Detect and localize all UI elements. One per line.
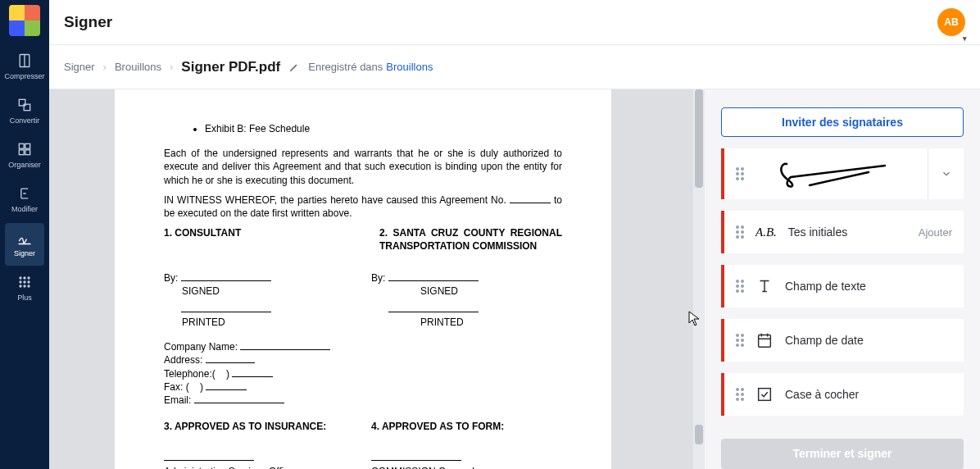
- svg-point-9: [27, 276, 29, 279]
- breadcrumb-bar: Signer › Brouillons › Signer PDF.pdf Enr…: [49, 45, 980, 89]
- text-field-card[interactable]: Champ de texte: [721, 265, 964, 307]
- field-label: Champ de date: [785, 334, 952, 347]
- edit-icon: [16, 185, 33, 202]
- field-label: Case à cocher: [785, 388, 952, 401]
- checkbox-icon: [755, 385, 774, 403]
- checkbox-field-card[interactable]: Case à cocher: [721, 373, 964, 416]
- nav-edit[interactable]: Modifier: [5, 179, 44, 221]
- drag-handle-icon[interactable]: [736, 225, 744, 239]
- main-area: Signer AB Signer › Brouillons › Signer P…: [49, 0, 980, 469]
- calendar-icon: [755, 331, 774, 349]
- initials-field-card[interactable]: A.B. Tes initiales Ajouter: [721, 211, 964, 253]
- date-field-card[interactable]: Champ de date: [721, 319, 964, 362]
- svg-point-15: [27, 285, 29, 287]
- invite-signers-button[interactable]: Inviter des signataires: [721, 107, 964, 137]
- doc-text: Each of the undersigned represents and w…: [164, 147, 562, 187]
- app-logo[interactable]: [9, 5, 40, 36]
- svg-point-13: [19, 285, 21, 287]
- user-avatar[interactable]: AB: [937, 8, 965, 36]
- convert-icon: [16, 97, 33, 113]
- compress-icon: [16, 52, 33, 69]
- left-sidebar: Compresser Convertir Organiser Modifier …: [0, 0, 49, 469]
- document-scroll[interactable]: Exhibit B: Fee Schedule Each of the unde…: [49, 89, 693, 469]
- doc-text: Exhibit B: Fee Schedule: [205, 122, 562, 135]
- sign-icon: [16, 230, 33, 246]
- signature-preview: [755, 154, 916, 194]
- signature-dropdown[interactable]: [928, 148, 964, 199]
- nav-convert[interactable]: Convertir: [5, 90, 44, 133]
- finish-and-sign-button[interactable]: Terminer et signer: [721, 439, 964, 469]
- nav-label: Plus: [17, 294, 32, 302]
- page-title: Signer: [64, 13, 112, 31]
- add-initials-link[interactable]: Ajouter: [919, 226, 952, 239]
- document-page[interactable]: Exhibit B: Fee Schedule Each of the unde…: [115, 89, 611, 469]
- svg-point-8: [23, 276, 25, 279]
- doc-heading: 2. SANTA CRUZ COUNTY REGIONAL TRANSPORTA…: [371, 226, 562, 253]
- organize-icon: [16, 141, 33, 157]
- svg-rect-17: [759, 388, 771, 400]
- crumb-folder[interactable]: Brouillons: [115, 61, 161, 73]
- topbar: Signer AB: [49, 0, 980, 45]
- nav-label: Convertir: [10, 116, 40, 125]
- svg-point-7: [19, 276, 21, 279]
- nav-label: Compresser: [5, 72, 45, 80]
- workspace: Exhibit B: Fee Schedule Each of the unde…: [49, 89, 980, 469]
- drag-handle-icon[interactable]: [736, 388, 744, 401]
- svg-point-11: [23, 280, 25, 283]
- nav-compress[interactable]: Compresser: [5, 46, 44, 89]
- field-label: Tes initiales: [788, 225, 907, 239]
- crumb-file: Signer PDF.pdf: [181, 59, 280, 75]
- svg-rect-5: [19, 150, 24, 155]
- nav-label: Signer: [14, 249, 35, 257]
- doc-heading: 1. CONSULTANT: [164, 226, 355, 239]
- svg-rect-3: [19, 143, 24, 148]
- document-area: Exhibit B: Fee Schedule Each of the unde…: [49, 89, 705, 469]
- saved-in-label: Enregistré dans: [308, 61, 383, 73]
- drag-handle-icon[interactable]: [736, 280, 744, 293]
- chevron-icon: ›: [103, 61, 107, 73]
- doc-text: IN WITNESS WHEREOF, the parties hereto h…: [164, 194, 562, 220]
- initials-icon: A.B.: [755, 225, 777, 239]
- saved-folder-link[interactable]: Brouillons: [386, 61, 433, 73]
- svg-rect-6: [25, 150, 30, 155]
- text-icon: [755, 277, 774, 295]
- drag-handle-icon[interactable]: [736, 167, 744, 180]
- pencil-icon[interactable]: [288, 61, 300, 73]
- svg-rect-16: [759, 335, 771, 347]
- nav-label: Organiser: [8, 161, 41, 169]
- svg-point-10: [19, 280, 21, 283]
- svg-point-12: [27, 280, 29, 283]
- crumb-root[interactable]: Signer: [64, 61, 95, 73]
- drag-handle-icon[interactable]: [736, 334, 744, 347]
- scrollbar-thumb[interactable]: [695, 425, 703, 444]
- svg-rect-4: [25, 143, 30, 148]
- nav-organize[interactable]: Organiser: [5, 134, 44, 177]
- svg-point-14: [23, 285, 25, 287]
- signature-field-card[interactable]: [721, 148, 964, 199]
- chevron-icon: ›: [170, 61, 173, 73]
- grid-icon: [16, 274, 33, 290]
- scrollbar[interactable]: [693, 89, 705, 469]
- nav-label: Modifier: [11, 205, 38, 213]
- signature-panel: Inviter des signataires A.B. Tes initial…: [705, 89, 980, 469]
- field-label: Champ de texte: [785, 280, 952, 293]
- nav-more[interactable]: Plus: [5, 267, 44, 310]
- nav-sign[interactable]: Signer: [5, 223, 44, 266]
- scrollbar-thumb[interactable]: [695, 89, 703, 188]
